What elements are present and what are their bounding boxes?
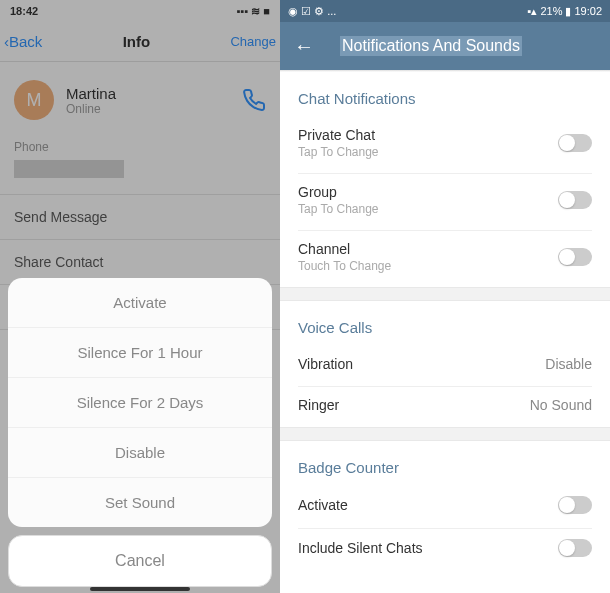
- battery-percent: 21%: [540, 5, 562, 17]
- toggle-silent-chats[interactable]: [558, 539, 592, 557]
- toggle-channel[interactable]: [558, 248, 592, 266]
- sheet-silence-1h[interactable]: Silence For 1 Hour: [8, 328, 272, 378]
- sheet-set-sound[interactable]: Set Sound: [8, 478, 272, 527]
- row-silent-chats[interactable]: Include Silent Chats: [280, 529, 610, 571]
- row-ringer[interactable]: Ringer No Sound: [280, 387, 610, 427]
- sheet-activate[interactable]: Activate: [8, 278, 272, 328]
- section-voice-calls: Voice Calls: [280, 301, 610, 346]
- android-app-bar: ← Notifications And Sounds: [280, 22, 610, 70]
- back-arrow-icon[interactable]: ←: [294, 35, 314, 58]
- section-badge-counter: Badge Counter: [280, 441, 610, 486]
- row-group[interactable]: Group Tap To Change: [280, 174, 610, 230]
- section-chat-notifications: Chat Notifications: [280, 72, 610, 117]
- toggle-group[interactable]: [558, 191, 592, 209]
- android-time: 19:02: [574, 5, 602, 17]
- row-activate[interactable]: Activate: [280, 486, 610, 528]
- sheet-cancel[interactable]: Cancel: [8, 535, 272, 587]
- android-panel: ◉ ☑ ⚙ ... ▪▴ 21% ▮ 19:02 ← Notifications…: [280, 0, 610, 593]
- signal-icon: ▪▴: [528, 5, 538, 18]
- row-private-chat[interactable]: Private Chat Tap To Change: [280, 117, 610, 173]
- row-vibration[interactable]: Vibration Disable: [280, 346, 610, 386]
- toggle-private-chat[interactable]: [558, 134, 592, 152]
- toggle-activate[interactable]: [558, 496, 592, 514]
- battery-icon: ▮: [565, 5, 571, 18]
- action-sheet: Activate Silence For 1 Hour Silence For …: [8, 278, 272, 587]
- status-icons-left: ◉ ☑ ⚙ ...: [288, 5, 336, 18]
- row-channel[interactable]: Channel Touch To Change: [280, 231, 610, 287]
- android-status-bar: ◉ ☑ ⚙ ... ▪▴ 21% ▮ 19:02: [280, 0, 610, 22]
- sheet-silence-2d[interactable]: Silence For 2 Days: [8, 378, 272, 428]
- sheet-disable[interactable]: Disable: [8, 428, 272, 478]
- ios-panel: 18:42 ▪▪▪ ≋ ■ ‹ Back Info Change M Marti…: [0, 0, 280, 593]
- page-title: Notifications And Sounds: [340, 36, 522, 56]
- home-indicator[interactable]: [90, 587, 190, 591]
